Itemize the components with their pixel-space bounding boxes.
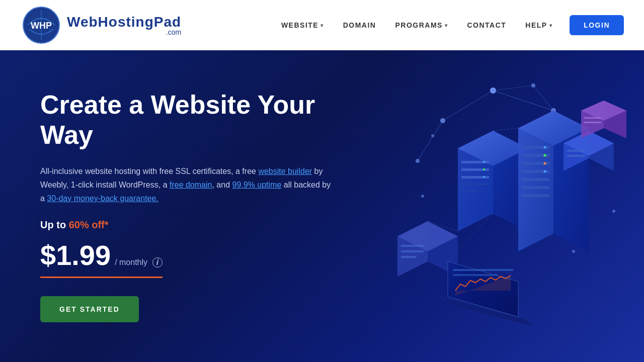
svg-rect-34 [522, 178, 549, 181]
get-started-button[interactable]: GET STARTED [40, 296, 139, 322]
svg-rect-22 [461, 184, 489, 185]
nav-help[interactable]: HELP ▾ [518, 17, 559, 33]
programs-dropdown-arrow: ▾ [445, 23, 448, 28]
logo-icon: WHP [20, 7, 63, 44]
discount-value: 60% off* [69, 219, 109, 230]
guarantee-link[interactable]: 30-day money-back guarantee. [47, 194, 158, 203]
nav-domain[interactable]: DOMAIN [336, 17, 383, 33]
hero-title: Create a Website Your Way [40, 90, 332, 150]
logo-brand-name: WebHostingPad [67, 14, 181, 30]
svg-point-26 [483, 176, 485, 178]
website-dropdown-arrow: ▾ [320, 23, 324, 28]
svg-rect-35 [522, 186, 549, 189]
svg-rect-23 [461, 190, 476, 192]
svg-point-38 [544, 154, 546, 157]
logo-area[interactable]: WHP WebHostingPad .com [20, 7, 181, 44]
svg-line-14 [533, 85, 553, 111]
hero-illustration [342, 60, 644, 362]
svg-point-25 [483, 168, 485, 170]
svg-point-40 [544, 170, 546, 173]
svg-point-24 [483, 161, 485, 163]
main-nav: WEBSITE ▾ DOMAIN PROGRAMS ▾ CONTACT HELP… [274, 15, 624, 35]
discount-prefix: Up to [40, 219, 69, 230]
hero-desc-mid2: , and [212, 180, 232, 189]
discount-text: Up to 60% off* [40, 219, 332, 231]
svg-line-11 [493, 90, 553, 111]
svg-point-69 [431, 134, 434, 137]
svg-line-13 [418, 121, 443, 161]
hero-description: All-inclusive website hosting with free … [40, 164, 332, 206]
svg-rect-59 [453, 274, 498, 276]
network-illustration [342, 60, 644, 362]
svg-rect-55 [584, 117, 601, 119]
svg-rect-56 [584, 122, 601, 123]
hero-desc-plain: All-inclusive website hosting with free … [40, 167, 258, 175]
svg-point-39 [544, 162, 546, 165]
logo-text: WebHostingPad .com [67, 14, 181, 36]
nav-website[interactable]: WEBSITE ▾ [274, 17, 331, 33]
svg-line-63 [493, 128, 518, 131]
svg-rect-49 [401, 245, 424, 247]
svg-rect-58 [453, 269, 513, 271]
svg-point-37 [544, 146, 546, 149]
svg-rect-45 [567, 155, 585, 157]
free-domain-link[interactable]: free domain [170, 180, 212, 189]
help-dropdown-arrow: ▾ [549, 23, 553, 28]
hero-section: Create a Website Your Way All-inclusive … [0, 50, 644, 362]
svg-point-68 [421, 195, 424, 198]
login-button[interactable]: LOGIN [570, 15, 624, 35]
svg-rect-51 [401, 256, 416, 258]
svg-line-10 [443, 90, 493, 121]
website-builder-link[interactable]: website builder [258, 167, 312, 175]
uptime-link[interactable]: 99.9% uptime [232, 180, 282, 189]
nav-programs[interactable]: PROGRAMS ▾ [388, 17, 455, 33]
price-row: $1.99 / monthly i [40, 239, 163, 278]
svg-rect-36 [522, 194, 549, 197]
hero-content: Create a Website Your Way All-inclusive … [40, 90, 332, 322]
svg-rect-44 [567, 150, 585, 152]
info-icon[interactable]: i [152, 257, 163, 267]
price-period: / monthly [115, 258, 147, 267]
price-amount: $1.99 [40, 239, 111, 272]
svg-rect-50 [401, 250, 424, 252]
svg-line-15 [493, 85, 533, 90]
svg-point-71 [612, 210, 615, 213]
svg-point-70 [572, 250, 575, 253]
nav-contact[interactable]: CONTACT [460, 17, 513, 33]
header: WHP WebHostingPad .com WEBSITE ▾ DOMAIN … [0, 0, 644, 50]
